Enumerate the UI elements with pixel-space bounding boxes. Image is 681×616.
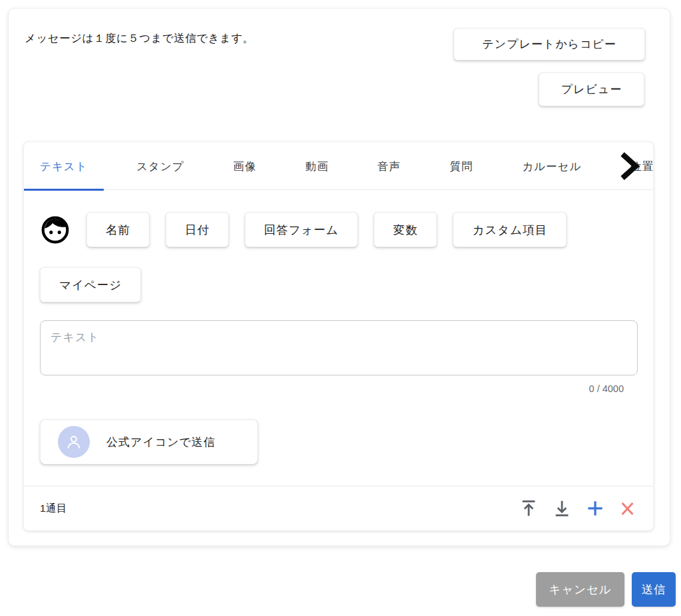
- insert-chip-row-1: 名前 日付 回答フォーム 変数 カスタム項目: [40, 212, 638, 247]
- send-with-official-icon-button[interactable]: 公式アイコンで送信: [40, 419, 258, 464]
- chip-variable[interactable]: 変数: [374, 212, 437, 247]
- message-card: テキスト スタンプ 画像 動画 音声 質問 カルーセル 位置情報: [23, 142, 654, 531]
- tab-audio[interactable]: 音声: [362, 142, 417, 190]
- message-actions: [519, 498, 636, 518]
- message-type-tab-bar: テキスト スタンプ 画像 動画 音声 質問 カルーセル 位置情報: [24, 142, 653, 190]
- cancel-button[interactable]: キャンセル: [536, 572, 624, 607]
- tab-question[interactable]: 質問: [434, 142, 489, 190]
- chip-mypage[interactable]: マイページ: [40, 267, 141, 302]
- tab-strip: テキスト スタンプ 画像 動画 音声 質問 カルーセル 位置情報: [24, 142, 654, 190]
- tab-text[interactable]: テキスト: [24, 142, 104, 190]
- message-index-label: 1通目: [40, 502, 67, 516]
- face-icon[interactable]: [40, 215, 70, 245]
- delete-message-icon[interactable]: [618, 500, 636, 518]
- tab-carousel[interactable]: カルーセル: [506, 142, 597, 190]
- insert-chip-row-2: マイページ: [40, 267, 638, 302]
- copy-from-template-button[interactable]: テンプレートからコピー: [454, 28, 645, 60]
- add-message-icon[interactable]: [585, 498, 605, 518]
- tab-stamp[interactable]: スタンプ: [120, 142, 200, 190]
- official-avatar: [58, 426, 90, 458]
- text-message-editor: 名前 日付 回答フォーム 変数 カスタム項目 マイページ 0 / 4000 公式…: [40, 190, 638, 464]
- message-limit-note: メッセージは１度に５つまで送信できます。: [25, 31, 254, 46]
- preview-button[interactable]: プレビュー: [539, 72, 644, 106]
- message-card-footer: 1通目: [24, 486, 653, 530]
- official-icon-button-label: 公式アイコンで送信: [106, 435, 215, 450]
- chip-custom-field[interactable]: カスタム項目: [453, 212, 567, 247]
- chip-answer-form[interactable]: 回答フォーム: [245, 212, 358, 247]
- move-to-top-icon[interactable]: [519, 498, 539, 518]
- message-text-input[interactable]: [40, 320, 638, 375]
- message-composer-panel: メッセージは１度に５つまで送信できます。 テンプレートからコピー プレビュー テ…: [8, 8, 670, 546]
- send-button[interactable]: 送信: [632, 572, 676, 607]
- tab-image[interactable]: 画像: [217, 142, 272, 190]
- tab-video[interactable]: 動画: [289, 142, 344, 190]
- char-counter: 0 / 4000: [40, 383, 638, 394]
- person-icon: [65, 433, 83, 451]
- chevron-right-icon[interactable]: [618, 152, 640, 181]
- chip-date[interactable]: 日付: [166, 212, 229, 247]
- move-to-bottom-icon[interactable]: [552, 498, 572, 518]
- chip-name[interactable]: 名前: [86, 212, 150, 247]
